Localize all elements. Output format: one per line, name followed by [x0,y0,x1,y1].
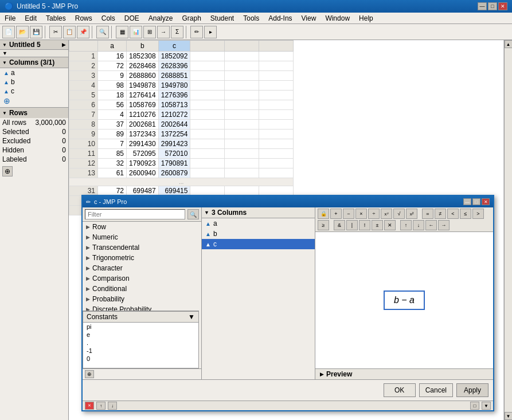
ftb-sqrt[interactable]: √ [393,209,405,219]
cell-c[interactable]: 1276396 [158,91,190,100]
cell-a[interactable]: 85 [98,149,127,159]
const-pi[interactable]: pi [83,323,198,331]
cell-b[interactable]: 1852308 [127,52,159,61]
constants-header[interactable]: Constants ▼ [83,311,199,323]
col-select-c[interactable]: ▲ c [202,239,315,249]
cell-a[interactable]: 7 [98,139,127,149]
const-e[interactable]: e [83,331,198,339]
func-group-discrete-prob[interactable]: ▶ Discrete Probability [83,304,201,311]
cell-b[interactable]: 699487 [127,186,159,196]
ftb-lt[interactable]: < [447,209,459,219]
cell-a[interactable]: 89 [98,129,127,139]
cell-b[interactable]: 2628468 [127,61,159,71]
formula-expression[interactable]: b − a [384,291,425,310]
ftb-left[interactable]: ← [425,220,437,230]
cell-c[interactable]: 1852092 [158,52,190,61]
formula-window[interactable]: ✏ c - JMP Pro — □ ✕ 🔍 ▶ Row [81,195,494,411]
cell-a[interactable]: 16 [98,52,127,61]
panel-collapse-icon[interactable]: ▼ [2,42,7,48]
func-group-conditional[interactable]: ▶ Conditional [83,284,201,294]
ftb-right[interactable]: → [438,220,450,230]
col-header-c[interactable]: c [158,41,190,52]
func-search-btn[interactable]: 🔍 [187,209,199,219]
ftb-down[interactable]: ↓ [413,220,424,230]
func-add-btn[interactable]: ⊕ [85,370,94,378]
menu-window[interactable]: Window [321,13,354,23]
ftb-div[interactable]: ÷ [368,209,380,219]
ok-button[interactable]: OK [384,383,416,397]
menu-doe[interactable]: DOE [120,13,144,23]
panel-expand-btn[interactable]: ▶ [62,42,66,48]
cell-c[interactable]: 1058713 [158,100,190,110]
formula-display[interactable]: b − a [315,232,493,368]
tb-new[interactable]: 📄 [2,26,15,38]
const-dot[interactable]: . [83,339,198,347]
col-header-b[interactable]: b [127,41,159,52]
tb-open[interactable]: 📂 [16,26,29,38]
tb-search[interactable]: 🔍 [96,26,109,38]
cell-c[interactable]: 1949780 [158,81,190,91]
menu-tools[interactable]: Tools [239,13,264,23]
col-item-b[interactable]: ▲ b [0,77,68,87]
cell-c[interactable]: 2628396 [158,61,190,71]
tb-script[interactable]: ✏ [190,26,203,38]
cell-a[interactable]: 18 [98,91,127,100]
cell-c[interactable]: 699415 [158,186,190,196]
cell-a[interactable]: 61 [98,168,127,178]
const-neg1[interactable]: -1 [83,347,198,355]
apply-button[interactable]: Apply [456,383,488,397]
cell-c[interactable]: 2688851 [158,71,190,81]
add-column-btn[interactable]: ⊕ [0,96,68,106]
ftb-neg[interactable]: ± [372,220,383,230]
cell-b[interactable]: 1210276 [127,110,159,120]
formula-maximize-btn[interactable]: □ [472,198,480,205]
cell-b[interactable]: 1276414 [127,91,159,100]
menu-tables[interactable]: Tables [41,13,71,23]
tb-paste[interactable]: 📌 [77,26,89,38]
status-expand-btn[interactable]: ▼ [482,402,491,410]
tb-cut[interactable]: ✂ [49,26,62,38]
ftb-neq[interactable]: ≠ [435,209,446,219]
right-scrollbar[interactable]: ▲ ▼ [504,40,512,420]
tb-copy[interactable]: 📋 [63,26,76,38]
const-zero[interactable]: 0 [83,355,198,363]
maximize-button[interactable]: □ [488,2,497,10]
cell-c[interactable]: 1790891 [158,159,190,168]
menu-cols[interactable]: Cols [97,13,120,23]
tb-sigma[interactable]: Σ [171,26,183,38]
close-button[interactable]: ✕ [498,2,507,10]
cell-b[interactable]: 572095 [127,149,159,159]
tb-more[interactable]: ▸ [204,26,217,38]
cell-c[interactable]: 2002644 [158,120,190,129]
menu-analyze[interactable]: Analyze [144,13,178,23]
col-item-c[interactable]: ▲ c [0,87,68,96]
cell-c[interactable]: 2991423 [158,139,190,149]
menu-edit[interactable]: Edit [20,13,41,23]
ftb-not[interactable]: ! [359,220,370,230]
menu-graph[interactable]: Graph [177,13,205,23]
status-check-btn[interactable]: □ [470,402,479,410]
formula-minimize-btn[interactable]: — [463,198,471,205]
preview-triangle[interactable]: ▶ [320,371,324,377]
ftb-del[interactable]: ✕ [384,220,396,230]
cell-a[interactable]: 56 [98,100,127,110]
cell-a[interactable]: 98 [98,81,127,91]
status-down-btn[interactable]: ↓ [108,402,117,410]
columns-section-header[interactable]: ▼ Columns (3/1) [0,57,68,68]
cell-b[interactable]: 2688860 [127,71,159,81]
status-up-btn[interactable]: ↑ [96,402,105,410]
rows-section-header[interactable]: ▼ Rows [0,107,68,118]
tb-chart[interactable]: 📊 [130,26,142,38]
formula-close-btn[interactable]: ✕ [482,198,490,205]
col-select-a[interactable]: ▲ a [202,218,315,229]
cell-b[interactable]: 1949878 [127,81,159,91]
ftb-times[interactable]: × [355,209,367,219]
tb-arrow[interactable]: → [157,26,170,38]
ftb-gt[interactable]: > [472,209,484,219]
cell-c[interactable]: 1210272 [158,110,190,120]
menu-help[interactable]: Help [354,13,378,23]
func-group-comparison[interactable]: ▶ Comparison [83,273,201,284]
cell-a[interactable]: 72 [98,61,127,71]
menu-student[interactable]: Student [206,13,239,23]
ftb-or[interactable]: | [346,220,358,230]
